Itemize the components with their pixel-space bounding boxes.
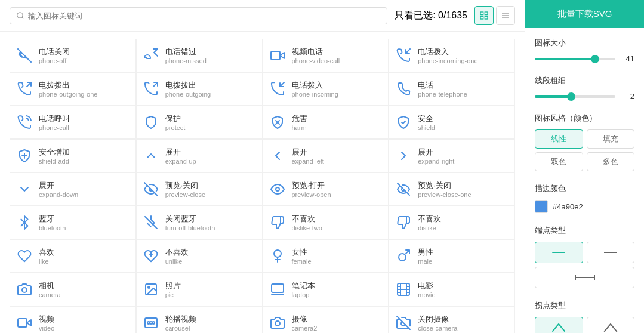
icon-name-zh: 关闭摄像	[418, 314, 457, 325]
icon-cell-expand-up[interactable]: 展开 expand-up ···	[136, 139, 263, 172]
icon-cell-preview-close[interactable]: 预览·关闭 preview-close ···	[136, 172, 263, 206]
icon-cell-camera2[interactable]: 摄像 camera2 ···	[263, 306, 389, 333]
icon-name-en: protect	[165, 124, 186, 131]
icon-cell-carousel[interactable]: 轮播视频 carousel ···	[136, 306, 263, 333]
endpoint-flat-btn[interactable]	[587, 242, 635, 263]
svg-rect-4	[480, 16, 483, 19]
icon-name-zh: 视频	[39, 314, 54, 325]
icon-cell-phone-outgoing-one[interactable]: 电拨拨出 phone-outgoing-one ···	[10, 72, 136, 106]
icon-cell-preview-close-one[interactable]: 预览·关闭 preview-close-one ···	[389, 172, 515, 206]
grid-view-button[interactable]	[474, 6, 494, 25]
expand-down-icon	[17, 182, 32, 196]
icon-name-en: like	[39, 258, 54, 265]
shield-add-icon	[17, 149, 32, 163]
icon-size-track[interactable]	[535, 58, 615, 60]
icon-cell-shield[interactable]: 安全 shield ···	[389, 106, 515, 139]
icon-name-zh: 安全	[418, 113, 435, 124]
style-multi-color-btn[interactable]: 多色	[587, 152, 635, 171]
icon-cell-unlike[interactable]: 不喜欢 unlike ···	[136, 239, 263, 273]
icon-info: 展开 expand-up	[165, 147, 196, 165]
phone-icon	[396, 82, 411, 96]
search-input[interactable]	[28, 11, 381, 20]
style-fill-btn[interactable]: 填充	[587, 130, 635, 149]
icon-cell-phone-incoming[interactable]: 电话拨入 phone-incoming ···	[263, 72, 389, 106]
image-icon	[144, 282, 158, 297]
icon-info: 电话关闭 phone-off	[39, 47, 70, 64]
icon-cell-dislike[interactable]: 不喜欢 dislike ···	[389, 206, 515, 239]
icon-cell-bluetooth[interactable]: 蓝牙 bluetooth ···	[10, 206, 136, 239]
icon-image	[395, 248, 412, 264]
icon-name-zh: 安全增加	[39, 147, 70, 158]
search-input-wrap[interactable]	[10, 7, 387, 24]
icon-cell-dislike-two[interactable]: 不喜欢 dislike-two ···	[263, 206, 389, 239]
icon-cell-like[interactable]: 喜欢 like ···	[10, 239, 136, 273]
icon-name-zh: 关闭蓝牙	[165, 214, 215, 224]
icon-cell-video[interactable]: 视频 video ···	[10, 306, 136, 333]
icon-cell-phone-off[interactable]: 电话关闭 phone-off ···	[10, 39, 136, 72]
icon-cell-pic[interactable]: 照片 pic ···	[136, 273, 263, 306]
icon-cell-phone-video-call[interactable]: 视频电话 phone-video-call ···	[263, 39, 389, 72]
icon-cell-phone-incoming-one[interactable]: 电话拨入 phone-incoming-one ···	[389, 39, 515, 72]
endpoint-round-btn[interactable]	[535, 242, 583, 263]
icon-info: 笔记本 laptop	[292, 280, 315, 298]
icon-cell-expand-left[interactable]: 展开 expand-left ···	[263, 139, 389, 172]
icon-image	[269, 314, 286, 331]
icon-cell-male[interactable]: 男性 male ···	[389, 239, 515, 273]
svg-point-21	[276, 187, 279, 191]
icon-name-en: expand-up	[165, 158, 196, 165]
laptop-icon	[270, 282, 285, 297]
shield-icon	[144, 115, 158, 130]
icon-cell-phone-call[interactable]: 电话呼叫 phone-call ···	[10, 106, 136, 139]
icon-cell-female[interactable]: 女性 female ···	[263, 239, 389, 273]
endpoint-label: 端点类型	[535, 225, 634, 236]
svg-point-29	[22, 288, 27, 292]
batch-download-button[interactable]: 批量下载SVG	[525, 0, 644, 28]
icon-info: 保护 protect	[165, 113, 186, 131]
icon-name-en: preview-open	[292, 191, 331, 198]
stroke-track[interactable]	[535, 95, 615, 98]
phone-incoming2-icon	[270, 82, 285, 96]
icon-cell-close-camera[interactable]: 关闭摄像 close-camera ···	[389, 306, 515, 333]
icon-cell-camera[interactable]: 相机 camera ···	[10, 273, 136, 306]
icon-cell-expand-down[interactable]: 展开 expand-down ···	[10, 172, 136, 206]
style-label: 图标风格（颜色）	[535, 113, 634, 124]
icon-image	[395, 281, 412, 298]
icon-name-en: camera2	[292, 325, 318, 332]
icon-info: 关闭蓝牙 turn-off-bluetooth	[165, 214, 215, 232]
icon-image	[395, 114, 412, 131]
endpoint-triple-btn[interactable]	[535, 267, 634, 288]
icon-cell-laptop[interactable]: 笔记本 laptop ···	[263, 273, 389, 306]
style-two-color-btn[interactable]: 双色	[535, 152, 583, 171]
anchor-round-btn[interactable]	[535, 317, 583, 333]
camera-icon	[17, 282, 32, 297]
icon-name-zh: 保护	[165, 113, 186, 124]
icon-cell-phone-outgoing[interactable]: 电拨拨出 phone-outgoing ···	[136, 72, 263, 106]
anchor-miter-btn[interactable]	[587, 317, 635, 333]
svg-point-0	[17, 13, 23, 18]
icon-size-thumb[interactable]	[591, 55, 599, 63]
icon-image	[143, 314, 159, 331]
icon-cell-shield-add[interactable]: 安全增加 shield-add ···	[10, 139, 136, 172]
icon-cell-protect[interactable]: 保护 protect ···	[136, 106, 263, 139]
icon-info: 喜欢 like	[39, 247, 54, 265]
icon-image	[143, 181, 159, 198]
stroke-thumb[interactable]	[567, 92, 575, 101]
icon-name-zh: 摄像	[292, 314, 318, 325]
miter-anchor-icon	[603, 323, 618, 332]
icon-cell-expand-right[interactable]: 展开 expand-right ···	[389, 139, 515, 172]
style-linear-btn[interactable]: 线性	[535, 130, 583, 149]
icon-cell-movie[interactable]: 电影 movie ···	[389, 273, 515, 306]
icon-size-value: 41	[620, 54, 634, 63]
icon-name-zh: 电话呼叫	[39, 113, 70, 124]
list-view-button[interactable]	[496, 6, 515, 25]
color-swatch[interactable]	[535, 200, 548, 213]
icon-name-zh: 展开	[418, 147, 454, 158]
icon-cell-turn-off-bluetooth[interactable]: 关闭蓝牙 turn-off-bluetooth ···	[136, 206, 263, 239]
icon-info: 展开 expand-down	[39, 180, 78, 198]
icon-image	[143, 248, 159, 264]
icon-cell-harm[interactable]: 危害 harm ···	[263, 106, 389, 139]
icon-cell-phone-telephone[interactable]: 电话 phone-telephone ···	[389, 72, 515, 106]
icon-image	[269, 47, 286, 64]
icon-cell-preview-open[interactable]: 预览·打开 preview-open ···	[263, 172, 389, 206]
icon-cell-phone-missed[interactable]: 电话错过 phone-missed ···	[136, 39, 263, 72]
